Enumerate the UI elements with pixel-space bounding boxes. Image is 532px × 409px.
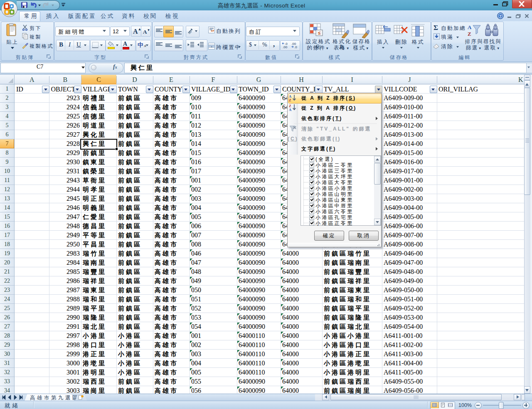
svg-text:Z: Z: [468, 31, 471, 37]
svg-text:≤: ≤: [318, 30, 320, 35]
svg-text:Z: Z: [289, 98, 291, 102]
svg-text:.00: .00: [283, 45, 288, 49]
svg-text:.0: .0: [294, 45, 297, 49]
svg-text:A: A: [468, 24, 472, 30]
svg-text:A: A: [289, 108, 292, 111]
svg-text:?: ?: [499, 14, 502, 18]
